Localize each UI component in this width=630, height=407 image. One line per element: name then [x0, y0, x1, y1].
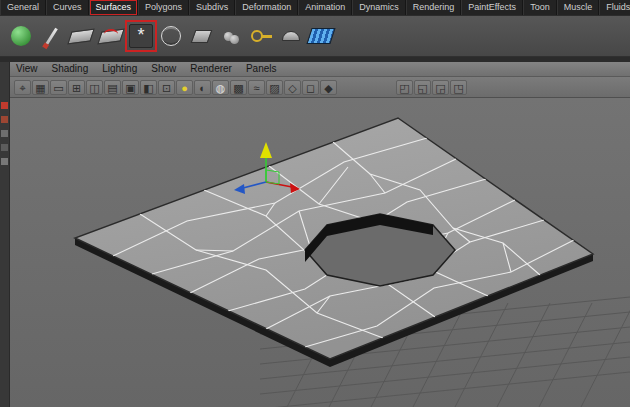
isolate-select-icon[interactable]: ◻ — [302, 80, 319, 95]
menu-shading[interactable]: Shading — [46, 63, 97, 75]
wireframe-on-shaded-icon[interactable]: ◇ — [284, 80, 301, 95]
shelf-tab-curves[interactable]: Curves — [46, 0, 89, 15]
toolbox-strip — [0, 62, 10, 407]
shelf-tab-deformation[interactable]: Deformation — [235, 0, 298, 15]
pencil-tip — [42, 42, 49, 49]
main-area: View Shading Lighting Show Renderer Pane… — [0, 57, 630, 407]
lasso-tool-icon[interactable] — [1, 116, 8, 123]
lighting-icon[interactable]: ● — [176, 80, 193, 95]
shelf-tab-toon[interactable]: Toon — [523, 0, 557, 15]
shelf-tab-rendering[interactable]: Rendering — [406, 0, 462, 15]
shadows-icon[interactable]: ◐ — [194, 80, 211, 95]
motion-blur-icon[interactable]: ≈ — [248, 80, 265, 95]
key-bar-glyph — [262, 35, 272, 38]
layout-single-icon[interactable]: ◲ — [432, 80, 449, 95]
panel-toolbar: ⌖ ▦ ▭ ⊞ ◫ ▤ ▣ ◧ ⊡ ● ◐ ◍ ▩ ≈ ▨ ◇ ◻ ◆ ◰ ◱ — [10, 77, 630, 98]
cube-icon[interactable] — [188, 23, 214, 49]
rotate-tool-icon[interactable] — [1, 158, 8, 165]
field-chart-icon[interactable]: ▤ — [104, 80, 121, 95]
xray-icon[interactable]: ▨ — [266, 80, 283, 95]
move-tool-icon[interactable] — [1, 144, 8, 151]
plane-curve-icon[interactable] — [98, 23, 124, 49]
dome-glyph — [282, 31, 300, 41]
shelf: * — [0, 15, 630, 57]
film-gate-icon[interactable]: ▭ — [50, 80, 67, 95]
textures-icon[interactable]: ◍ — [212, 80, 229, 95]
default-material-icon[interactable]: ◰ — [396, 80, 413, 95]
loft-glyph — [306, 28, 335, 44]
plane-glyph — [67, 28, 94, 44]
layout-quad-icon[interactable]: ◳ — [450, 80, 467, 95]
shelf-tab-dynamics[interactable]: Dynamics — [352, 0, 406, 15]
loft-icon[interactable] — [308, 23, 334, 49]
menu-renderer[interactable]: Renderer — [184, 63, 240, 75]
cube-glyph — [190, 30, 212, 43]
shelf-tab-bar: General Curves Surfaces Polygons Subdivs… — [0, 0, 630, 15]
grid-icon[interactable]: ▦ — [32, 80, 49, 95]
shelf-tab-general[interactable]: General — [0, 0, 46, 15]
menu-panels[interactable]: Panels — [240, 63, 285, 75]
shelf-tab-muscle[interactable]: Muscle — [557, 0, 600, 15]
select-camera-icon[interactable]: ⌖ — [14, 80, 31, 95]
half-sphere-icon[interactable] — [278, 23, 304, 49]
plane-icon[interactable] — [68, 23, 94, 49]
star-glyph: * — [129, 24, 153, 48]
two-spheres-icon[interactable] — [218, 23, 244, 49]
camera-settings-icon[interactable]: ◆ — [320, 80, 337, 95]
shelf-tab-animation[interactable]: Animation — [298, 0, 352, 15]
menu-show[interactable]: Show — [145, 63, 184, 75]
wire-sphere-icon[interactable] — [158, 23, 184, 49]
occlusion-icon[interactable]: ▩ — [230, 80, 247, 95]
safe-title-icon[interactable]: ◧ — [140, 80, 157, 95]
curve-glyph — [104, 29, 118, 39]
safe-action-icon[interactable]: ▣ — [122, 80, 139, 95]
menu-lighting[interactable]: Lighting — [96, 63, 145, 75]
pencil-glyph — [45, 27, 58, 45]
create-polygon-icon[interactable]: * — [128, 23, 154, 49]
sphere-glyph — [11, 26, 31, 46]
perspective-panel: View Shading Lighting Show Renderer Pane… — [10, 62, 630, 407]
ball-glyph — [230, 35, 239, 44]
mesh-hole — [305, 214, 455, 286]
shelf-tab-painteffects[interactable]: PaintEffects — [461, 0, 523, 15]
viewport-canvas[interactable] — [10, 98, 630, 407]
pencil-curve-icon[interactable] — [38, 23, 64, 49]
shelf-tab-fluids[interactable]: Fluids — [599, 0, 630, 15]
maya-window: General Curves Surfaces Polygons Subdivs… — [0, 0, 630, 407]
nurbs-sphere-icon[interactable] — [8, 23, 34, 49]
wire-sphere-glyph — [161, 26, 181, 46]
textured-view-icon[interactable]: ◱ — [414, 80, 431, 95]
frame-all-icon[interactable]: ⊡ — [158, 80, 175, 95]
viewport[interactable] — [10, 98, 630, 407]
shelf-tab-surfaces[interactable]: Surfaces — [89, 0, 139, 15]
paint-select-tool-icon[interactable] — [1, 130, 8, 137]
panel-menubar: View Shading Lighting Show Renderer Pane… — [10, 62, 630, 77]
menu-view[interactable]: View — [10, 63, 46, 75]
gate-mask-icon[interactable]: ◫ — [86, 80, 103, 95]
resolution-gate-icon[interactable]: ⊞ — [68, 80, 85, 95]
key-icon[interactable] — [248, 23, 274, 49]
shelf-tab-polygons[interactable]: Polygons — [138, 0, 189, 15]
shelf-tab-subdivs[interactable]: Subdivs — [189, 0, 235, 15]
select-tool-icon[interactable] — [1, 102, 8, 109]
